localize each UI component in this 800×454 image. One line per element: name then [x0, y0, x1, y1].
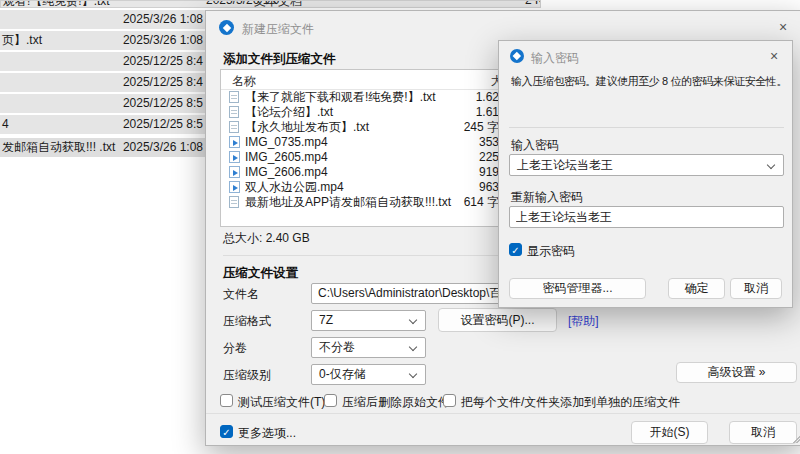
file-size: 2 KB — [525, 0, 541, 7]
show-password-checkbox[interactable]: ✓ — [509, 243, 522, 256]
txt-file-icon — [229, 121, 239, 133]
more-options-label[interactable]: 更多选项... — [238, 425, 296, 442]
cancel-button[interactable]: 取消 — [729, 421, 797, 444]
start-button[interactable]: 开始(S) — [631, 421, 708, 444]
column-name[interactable]: 名称 — [232, 73, 256, 90]
delete-after-label: 压缩后删除原始文件 — [342, 394, 450, 411]
file-size: 919 — [479, 165, 499, 180]
chevron-down-icon — [409, 370, 417, 378]
video-file-icon — [229, 181, 240, 193]
file-size: 353 — [479, 135, 499, 150]
file-size: 225 — [479, 150, 499, 165]
confirm-password-label: 重新输入密码 — [511, 189, 583, 206]
total-size: 总大小: 2.40 GB — [223, 230, 310, 247]
format-value: 7Z — [319, 311, 333, 330]
file-size: 1.62 — [476, 90, 499, 105]
format-label: 压缩格式 — [223, 313, 271, 330]
file-date: 2025/12/25 8:4 — [123, 52, 203, 71]
password-manager-button[interactable]: 密码管理器... — [509, 278, 646, 299]
advanced-settings-button[interactable]: 高级设置 » — [676, 362, 797, 383]
explorer-row[interactable]: 页】.txt 2025/3/26 1:08 — [0, 31, 205, 50]
settings-section-title: 压缩文件设置 — [223, 265, 298, 282]
password-label: 输入密码 — [511, 137, 559, 154]
divider — [509, 127, 784, 128]
explorer-row[interactable]: 2025/3/26 1:08 — [0, 10, 205, 29]
delete-after-checkbox[interactable] — [324, 394, 337, 407]
separate-archives-checkbox[interactable] — [443, 394, 456, 407]
explorer-row[interactable]: 2025/12/25 8:4 — [0, 52, 205, 71]
file-name: 【来了就能下载和观看!纯免费!】.txt — [245, 90, 436, 105]
test-archive-checkbox[interactable] — [220, 394, 233, 407]
file-date: 2025/12/25 8:5 — [123, 94, 203, 113]
file-name: IMG_2605.mp4 — [245, 150, 328, 165]
txt-file-icon — [229, 196, 239, 208]
volume-select[interactable]: 不分卷 — [311, 337, 426, 358]
explorer-row[interactable]: 2025/12/25 8:4 — [0, 73, 205, 92]
volume-label: 分卷 — [223, 340, 247, 357]
file-name: IMG_0735.mp4 — [245, 135, 328, 150]
file-size: 1.61 — [476, 105, 499, 120]
file-name: IMG_2606.mp4 — [245, 165, 328, 180]
file-name: 页】.txt — [2, 31, 42, 50]
volume-value: 不分卷 — [319, 338, 355, 357]
screen: 观看!【纯免费!】.txt 2025/3/26 1:0 文本文档 2 KB 20… — [0, 0, 800, 454]
txt-file-icon — [229, 106, 239, 118]
file-date: 2025/3/26 1:08 — [123, 10, 203, 29]
add-files-section-title: 添加文件到压缩文件 — [223, 51, 336, 68]
explorer-row-clipped[interactable]: 观看!【纯免费!】.txt 2025/3/26 1:0 文本文档 2 KB — [0, 0, 541, 8]
chevron-down-icon — [409, 343, 417, 351]
filename-label: 文件名 — [223, 286, 259, 303]
level-select[interactable]: 0-仅存储 — [311, 364, 426, 385]
format-select[interactable]: 7Z — [311, 310, 426, 331]
close-icon[interactable]: × — [770, 18, 796, 36]
file-date: 2025/3/26 1:08 — [123, 138, 203, 157]
show-password-label[interactable]: 显示密码 — [527, 243, 575, 260]
resize-grip[interactable] — [792, 435, 800, 443]
test-archive-label: 测试压缩文件(T) — [238, 394, 325, 411]
more-options-checkbox[interactable]: ✓ — [220, 425, 233, 438]
dialog-title: 输入密码 — [531, 50, 579, 67]
level-value: 0-仅存储 — [319, 365, 366, 384]
dialog-title: 新建压缩文件 — [242, 21, 314, 38]
file-name: 【永久地址发布页】.txt — [245, 120, 369, 135]
close-icon[interactable]: × — [761, 47, 787, 65]
level-label: 压缩级别 — [223, 367, 271, 384]
password-combobox[interactable]: 上老王论坛当老王 — [509, 154, 784, 176]
app-icon — [219, 20, 234, 35]
enter-password-dialog: 输入密码 × 输入压缩包密码。建议使用至少 8 位的密码来保证安全性。 输入密码… — [498, 40, 793, 308]
confirm-password-input[interactable] — [509, 206, 784, 228]
chevron-down-icon — [409, 316, 417, 324]
ok-button[interactable]: 确定 — [668, 278, 725, 299]
password-description: 输入压缩包密码。建议使用至少 8 位的密码来保证安全性。 — [511, 74, 787, 89]
file-name: 双人水边公园.mp4 — [245, 180, 344, 195]
video-file-icon — [229, 166, 240, 178]
set-password-button[interactable]: 设置密码(P)... — [438, 308, 557, 332]
file-size: 614 字 — [464, 195, 499, 210]
divider — [206, 413, 800, 414]
file-size: 245 字 — [464, 120, 499, 135]
explorer-row[interactable]: 4 2025/12/25 8:5 — [0, 115, 205, 134]
video-file-icon — [229, 151, 240, 163]
cancel-button[interactable]: 取消 — [730, 278, 782, 299]
explorer-row[interactable]: 2025/12/25 8:5 — [0, 94, 205, 113]
file-name: 最新地址及APP请发邮箱自动获取!!!.txt — [245, 195, 451, 210]
file-size: 963 — [479, 180, 499, 195]
help-link[interactable]: [帮助] — [568, 313, 599, 330]
file-date: 2025/12/25 8:4 — [123, 73, 203, 92]
file-name: 发邮箱自动获取!!! .txt — [2, 138, 115, 157]
file-name: 【论坛介绍】.txt — [245, 105, 333, 120]
file-name: 观看!【纯免费!】.txt — [3, 0, 110, 8]
file-name: 4 — [2, 115, 9, 134]
explorer-row[interactable]: 发邮箱自动获取!!! .txt 2025/3/26 1:08 — [0, 138, 205, 157]
separate-archives-label: 把每个文件/文件夹添加到单独的压缩文件 — [461, 394, 680, 411]
app-icon — [510, 49, 524, 63]
txt-file-icon — [229, 91, 239, 103]
video-file-icon — [229, 136, 240, 148]
file-date: 2025/12/25 8:5 — [123, 115, 203, 134]
password-value: 上老王论坛当老王 — [517, 155, 613, 175]
file-date: 2025/3/26 1:08 — [123, 31, 203, 50]
file-type: 文本文档 — [254, 0, 302, 8]
chevron-down-icon — [767, 161, 775, 169]
